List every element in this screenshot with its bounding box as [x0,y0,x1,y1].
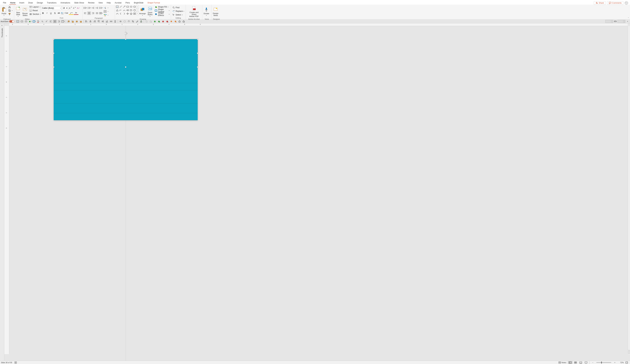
section-button[interactable]: Section▾ [29,12,42,16]
dictate-button[interactable]: Dictate ▾ [203,5,210,18]
qat-number-input-1[interactable]: ▴▾ [605,20,613,23]
tab-design[interactable]: Design [35,1,45,4]
qat-ruler-button[interactable] [614,20,617,23]
font-name-combo[interactable]: Calibri (Body)▾ [41,6,62,10]
strikethrough-button[interactable]: ab [57,11,60,15]
qat-burst2-button[interactable] [174,20,177,23]
bullets-button[interactable]: ▾ [83,6,87,10]
find-button[interactable]: Find [172,6,185,10]
change-case-button[interactable]: Aa▾ [65,11,68,15]
shape-rectangle[interactable] [126,5,129,8]
columns-button[interactable]: ▾ [99,11,103,15]
new-slide-button[interactable]: New Slide ▾ [15,5,22,18]
qat-align-right-button[interactable] [57,20,61,23]
qat-bring-front-button[interactable] [67,20,70,23]
justify-button[interactable] [95,11,99,15]
tab-help[interactable]: Help [105,1,113,4]
clear-formatting-button[interactable]: A [76,6,80,10]
align-center-button[interactable] [87,11,91,15]
font-color-button[interactable]: A▾ [74,11,78,15]
line-spacing-button[interactable]: ▾ [99,6,103,10]
paste-button[interactable]: Paste ▾ [1,5,7,18]
tab-insert[interactable]: Insert [17,1,26,4]
tab-review[interactable]: Review [86,1,96,4]
reset-button[interactable]: Reset [29,9,42,12]
text-direction-button[interactable]: A▾ [104,6,108,10]
qat-align-objects-left-button[interactable] [84,20,88,23]
format-painter-button[interactable] [8,12,13,16]
qat-customize-button[interactable]: ▾ [626,20,629,23]
shape-rounded-rect[interactable] [133,5,136,8]
tab-view[interactable]: View [96,1,105,4]
cut-button[interactable] [8,5,13,9]
shapes-scroll-down[interactable]: ▾ [136,8,138,12]
smartart-button[interactable]: ▾ [104,13,108,17]
qat-align-text-button[interactable]: ▾ [61,20,65,23]
numbering-button[interactable]: 123▾ [87,6,91,10]
comments-button[interactable]: Comments [607,1,624,4]
shapes-gallery[interactable]: A [116,5,136,15]
align-left-button[interactable] [83,11,87,15]
shape-line-arrow[interactable] [122,5,126,8]
shape-star4[interactable] [126,12,129,15]
shape-textbox[interactable]: A [116,5,119,8]
underline-button[interactable]: U [49,11,53,15]
qat-send-back-button[interactable] [71,20,74,23]
shape-curve[interactable] [122,8,126,12]
tab-shape-format[interactable]: Shape Format [146,1,162,4]
qat-star-outline1-button[interactable] [178,20,181,23]
qat-align-objects-top-button[interactable] [97,20,100,23]
quick-styles-button[interactable]: Abc Quick Styles ▾ [146,5,154,18]
shape-star5[interactable] [130,12,133,15]
shape-line[interactable] [119,5,122,8]
create-pdf-button[interactable]: Create and Share Adobe PDF [186,5,202,18]
qat-align-center-button[interactable] [53,20,57,23]
align-text-button[interactable]: ▾ [104,10,108,13]
shape-brace-right[interactable] [122,12,126,15]
qat-align-objects-bottom-button[interactable] [105,20,109,23]
tab-pens[interactable]: Pens [124,1,132,4]
qat-align-left-button[interactable] [49,20,52,23]
qat-number-input-2[interactable]: ▴▾ [618,20,626,23]
tab-animations[interactable]: Animations [58,1,72,4]
tab-brightslide[interactable]: BrightSlide [132,1,146,4]
shapes-scroll-up[interactable]: ▴ [136,5,138,8]
tab-home[interactable]: Home [8,1,17,4]
reuse-slides-button[interactable]: Reuse Slides [22,5,28,18]
qat-send-backward-button[interactable] [79,20,83,23]
feedback-smiley-icon[interactable] [625,1,628,4]
shape-elbow[interactable] [119,8,122,12]
replace-button[interactable]: abReplace▾ [172,10,185,13]
collapse-ribbon-button[interactable]: ⌃ [628,17,629,19]
qat-align-objects-center-button[interactable] [88,20,92,23]
qat-align-objects-right-button[interactable] [93,20,96,23]
decrease-font-button[interactable]: A [72,6,76,10]
layout-button[interactable]: Layout▾ [29,5,42,9]
qat-star-outline2-button[interactable] [182,20,186,23]
character-spacing-button[interactable]: AV▾ [61,11,64,15]
shape-pentagon[interactable] [130,8,133,12]
shape-action[interactable] [133,12,136,15]
qat-align-objects-middle-button[interactable] [101,20,104,23]
highlight-button[interactable]: ▾ [69,11,74,15]
shape-triangle[interactable] [116,8,119,12]
tab-draw[interactable]: Draw [26,1,35,4]
arrange-button[interactable]: Arrange ▾ [139,5,146,18]
qat-superscript-button[interactable]: x2 [45,20,48,23]
italic-button[interactable]: I [45,11,49,15]
decrease-indent-button[interactable] [91,6,95,10]
copy-button[interactable]: ▾ [8,9,13,12]
tab-file[interactable]: File [1,1,8,4]
qat-subscript-button[interactable]: x2 [41,20,44,23]
align-right-button[interactable] [91,11,95,15]
increase-indent-button[interactable] [95,6,99,10]
shadow-button[interactable]: S [53,11,57,15]
shape-hexagon[interactable] [133,8,136,12]
qat-bring-forward-button[interactable] [75,20,78,23]
shapes-more[interactable]: ▾ [136,12,138,15]
shape-brace-left[interactable] [119,12,122,15]
shape-oval[interactable] [130,5,133,8]
tab-acrobat[interactable]: Acrobat [113,1,123,4]
tab-transitions[interactable]: Transitions [45,1,58,4]
bold-button[interactable]: B [41,11,45,15]
